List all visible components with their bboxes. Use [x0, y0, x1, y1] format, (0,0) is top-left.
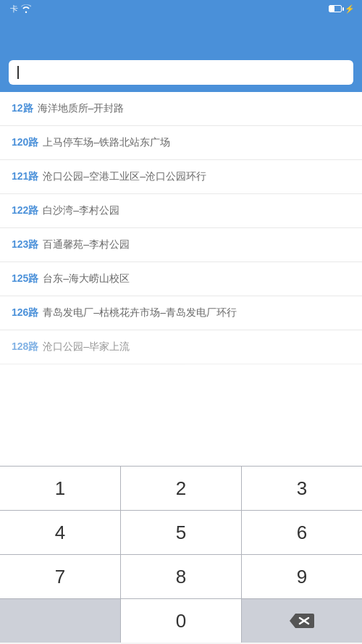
result-route: 12路: [12, 102, 33, 115]
key-5[interactable]: 5: [121, 511, 242, 554]
result-name: 沧口公园–毕家上流: [43, 340, 130, 354]
result-route: 128路: [12, 340, 38, 354]
key-7[interactable]: 7: [0, 555, 121, 598]
key-4[interactable]: 4: [0, 511, 121, 554]
result-name: 青岛发电厂–枯桃花卉市场–青岛发电厂环行: [43, 306, 237, 319]
keyboard-row: 123: [0, 467, 362, 511]
result-name: 沧口公园–空港工业区–沧口公园环行: [43, 170, 206, 183]
result-name: 白沙湾–李村公园: [43, 204, 119, 217]
result-item[interactable]: 12路海洋地质所–开封路: [0, 92, 362, 126]
result-item[interactable]: 125路台东–海大崂山校区: [0, 262, 362, 296]
charging-icon: ⚡: [345, 4, 355, 14]
key-3[interactable]: 3: [242, 467, 362, 510]
key-9[interactable]: 9: [242, 555, 362, 598]
result-route: 122路: [12, 204, 38, 217]
key-empty: [0, 599, 121, 643]
status-right: ⚡: [326, 4, 355, 14]
result-item[interactable]: 120路上马停车场–铁路北站东广场: [0, 126, 362, 160]
result-name: 上马停车场–铁路北站东广场: [43, 136, 170, 149]
keyboard-row: 456: [0, 511, 362, 555]
result-route: 121路: [12, 170, 38, 183]
numeric-keyboard: 1234567890: [0, 466, 362, 643]
result-item[interactable]: 123路百通馨苑–李村公园: [0, 228, 362, 262]
result-item[interactable]: 126路青岛发电厂–枯桃花卉市场–青岛发电厂环行: [0, 296, 362, 330]
wifi-icon: [21, 4, 31, 14]
search-container: [0, 54, 362, 92]
result-route: 126路: [12, 306, 38, 319]
result-route: 125路: [12, 272, 38, 285]
search-input-wrapper[interactable]: [9, 60, 353, 85]
result-item[interactable]: 128路沧口公园–毕家上流: [0, 330, 362, 364]
key-6[interactable]: 6: [242, 511, 362, 554]
keyboard-row: 789: [0, 555, 362, 599]
result-item[interactable]: 121路沧口公园–空港工业区–沧口公园环行: [0, 160, 362, 194]
delete-icon: [290, 612, 314, 630]
content-area: 12路海洋地质所–开封路120路上马停车场–铁路北站东广场121路沧口公园–空港…: [0, 92, 362, 643]
key-8[interactable]: 8: [121, 555, 242, 598]
status-bar: 卡 ⚡: [0, 0, 362, 18]
keyboard-row: 0: [0, 599, 362, 643]
sim-icon: 卡: [10, 4, 18, 14]
nav-bar: [0, 18, 362, 54]
key-delete[interactable]: [242, 599, 362, 643]
battery-icon-container: [329, 5, 342, 14]
result-name: 百通馨苑–李村公园: [43, 238, 130, 251]
status-left: 卡: [7, 4, 31, 14]
cursor-indicator: [17, 66, 19, 79]
results-list: 12路海洋地质所–开封路120路上马停车场–铁路北站东广场121路沧口公园–空港…: [0, 92, 362, 466]
result-route: 120路: [12, 136, 38, 149]
result-route: 123路: [12, 238, 38, 251]
result-item[interactable]: 122路白沙湾–李村公园: [0, 194, 362, 228]
key-2[interactable]: 2: [121, 467, 242, 510]
result-name: 海洋地质所–开封路: [38, 102, 125, 115]
result-name: 台东–海大崂山校区: [43, 272, 130, 285]
key-0[interactable]: 0: [121, 599, 242, 643]
key-1[interactable]: 1: [0, 467, 121, 510]
